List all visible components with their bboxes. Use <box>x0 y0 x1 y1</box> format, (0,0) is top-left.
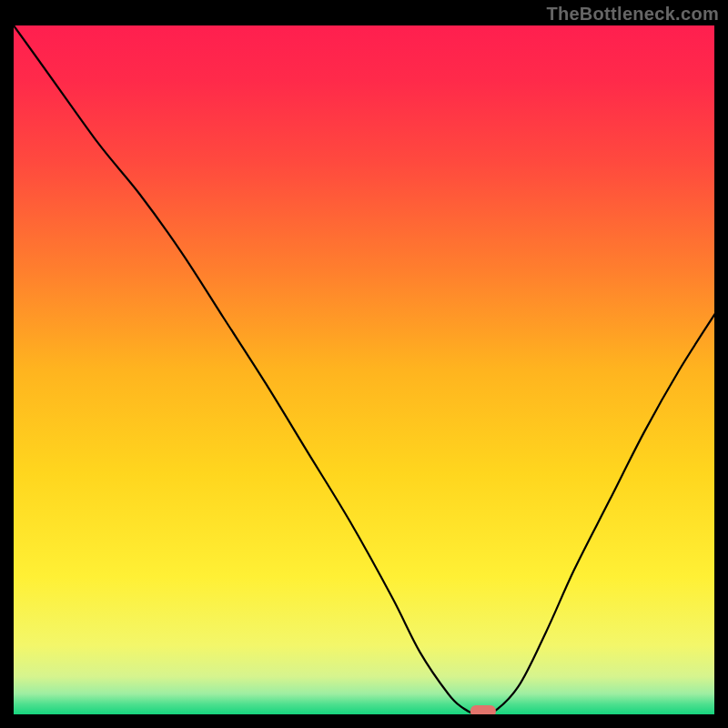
optimum-marker <box>470 705 496 714</box>
gradient-background <box>14 25 714 714</box>
plot-area <box>14 25 714 714</box>
bottleneck-chart <box>14 25 714 714</box>
chart-frame: TheBottleneck.com <box>0 0 728 728</box>
watermark-text: TheBottleneck.com <box>546 4 719 25</box>
